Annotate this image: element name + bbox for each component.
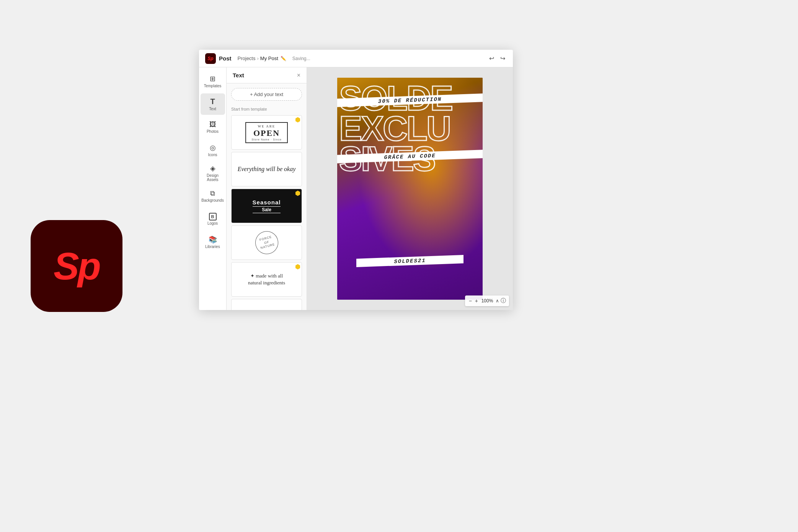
- sidebar-label-backgrounds: Backgrounds: [201, 198, 224, 202]
- template-card-open[interactable]: WE ARE OPEN Store Name · Since: [231, 115, 302, 150]
- open-title: OPEN: [251, 128, 282, 138]
- sidebar-label-logos: Logos: [207, 221, 218, 225]
- sidebar-label-icons: Icons: [208, 153, 217, 157]
- panel-title: Text: [233, 72, 244, 78]
- sidebar-label-templates: Templates: [204, 84, 222, 88]
- zoom-arrow-icon[interactable]: ∧: [496, 298, 499, 304]
- panel-header: Text ×: [227, 67, 307, 83]
- redo-button[interactable]: ↪: [499, 54, 507, 63]
- open-preview: WE ARE OPEN Store Name · Since: [245, 122, 288, 143]
- main-content: ⊞ Templates T Text 🖼 Photos ◎ Icons ◈ De…: [199, 67, 513, 310]
- breadcrumb-separator: ›: [257, 55, 258, 61]
- sidebar-label-libraries: Libraries: [205, 245, 220, 249]
- zoom-in-button[interactable]: +: [474, 297, 479, 305]
- template-cards-list: WE ARE OPEN Store Name · Since Everythin…: [231, 115, 302, 310]
- panel-close-button[interactable]: ×: [297, 72, 300, 78]
- edit-icon[interactable]: ✏️: [281, 56, 286, 61]
- app-icon-small-text: Sp: [207, 56, 213, 61]
- template-card-okay[interactable]: Everything will be okay: [231, 152, 302, 186]
- sp-logo-text: Sp: [54, 244, 100, 288]
- premium-badge-made: [295, 264, 300, 269]
- sidebar-item-photos[interactable]: 🖼 Photos: [201, 116, 225, 138]
- seasonal-title: Seasonal: [253, 199, 281, 206]
- app-window: Sp Post Projects › My Post ✏️ Saving... …: [199, 50, 513, 310]
- text-icon: T: [210, 97, 215, 106]
- made-preview: ✦ made with allnatural ingredients: [248, 273, 285, 286]
- add-text-button[interactable]: + Add your text: [231, 88, 302, 101]
- sidebar-label-photos: Photos: [207, 129, 219, 134]
- panel-body: + Add your text Start from template WE A…: [227, 83, 307, 310]
- sidebar-label-text: Text: [209, 107, 216, 111]
- template-card-seasonal[interactable]: Seasonal Sale: [231, 189, 302, 223]
- zoom-info-button[interactable]: ⓘ: [501, 297, 506, 304]
- canvas-area[interactable]: SOLDE EXCLU SIVES 30% DE RÉDUCTION GRÂCE…: [307, 67, 513, 310]
- icons-icon: ◎: [210, 144, 216, 152]
- undo-redo-controls: ↩ ↪: [488, 54, 507, 63]
- top-bar: Sp Post Projects › My Post ✏️ Saving... …: [199, 50, 513, 67]
- backgrounds-icon: ⧉: [210, 189, 215, 197]
- sidebar: ⊞ Templates T Text 🖼 Photos ◎ Icons ◈ De…: [199, 67, 227, 310]
- breadcrumb: Projects › My Post ✏️: [238, 55, 286, 61]
- libraries-icon: 📚: [209, 235, 217, 244]
- text-panel: Text × + Add your text Start from templa…: [227, 67, 307, 310]
- seasonal-inner: Seasonal Sale: [253, 199, 281, 213]
- saving-indicator: Saving...: [292, 56, 310, 61]
- photos-icon: 🖼: [209, 121, 216, 129]
- sidebar-item-text[interactable]: T Text: [201, 93, 225, 115]
- logos-icon: B: [209, 213, 217, 220]
- undo-button[interactable]: ↩: [488, 54, 496, 63]
- sidebar-item-logos[interactable]: B Logos: [201, 208, 225, 230]
- template-card-bon[interactable]: B O N: [231, 299, 302, 310]
- made-text: ✦ made with allnatural ingredients: [248, 273, 285, 286]
- zoom-value-display: 100%: [480, 298, 494, 304]
- breadcrumb-current[interactable]: My Post: [260, 55, 278, 61]
- sidebar-item-design-assets[interactable]: ◈ Design Assets: [201, 162, 225, 184]
- seasonal-sub: Sale: [253, 206, 281, 213]
- sidebar-item-libraries[interactable]: 📚 Libraries: [201, 231, 225, 253]
- design-assets-icon: ◈: [210, 164, 215, 173]
- breadcrumb-projects[interactable]: Projects: [238, 55, 256, 61]
- sidebar-item-templates[interactable]: ⊞ Templates: [201, 70, 225, 92]
- seasonal-preview: Seasonal Sale: [232, 189, 302, 223]
- app-name: Post: [219, 55, 232, 62]
- force-preview: FORCEOFNATURE: [253, 228, 281, 256]
- open-subtitle: Store Name · Since: [251, 138, 282, 141]
- stripe-1-text: 30% DE RÉDUCTION: [378, 96, 442, 104]
- sidebar-label-design-assets: Design Assets: [202, 173, 224, 182]
- okay-preview: Everything will be okay: [238, 165, 296, 173]
- template-card-made[interactable]: ✦ made with allnatural ingredients: [231, 262, 302, 297]
- premium-badge-open: [295, 117, 300, 122]
- stripe-3-text: SOLDES21: [394, 258, 426, 265]
- open-we-are: WE ARE: [251, 124, 282, 128]
- sidebar-item-backgrounds[interactable]: ⧉ Backgrounds: [201, 185, 225, 207]
- section-label: Start from template: [231, 107, 302, 111]
- force-text: FORCEOFNATURE: [258, 235, 275, 250]
- templates-icon: ⊞: [210, 75, 215, 83]
- zoom-out-button[interactable]: −: [468, 297, 473, 305]
- sp-logo-icon: Sp: [31, 220, 122, 312]
- canvas-poster: SOLDE EXCLU SIVES 30% DE RÉDUCTION GRÂCE…: [337, 78, 483, 300]
- sidebar-item-icons[interactable]: ◎ Icons: [201, 139, 225, 161]
- template-card-force[interactable]: FORCEOFNATURE: [231, 225, 302, 260]
- adobe-sp-logo: Sp: [31, 220, 122, 312]
- app-icon-small: Sp: [205, 53, 216, 64]
- stripe-2-text: GRÂCE AU CODE: [384, 153, 436, 161]
- canvas-zoom-bar: − + 100% ∧ ⓘ: [465, 295, 509, 306]
- open-border: WE ARE OPEN Store Name · Since: [245, 122, 288, 143]
